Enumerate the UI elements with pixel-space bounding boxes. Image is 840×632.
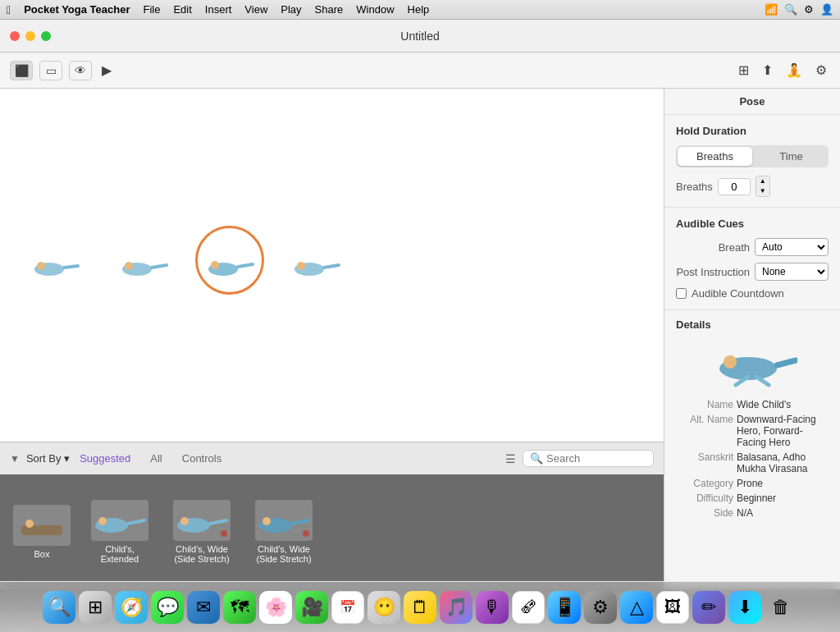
detail-name-val: Wide Child's [737,399,791,410]
dock-testflight[interactable]: △ [620,591,653,624]
svg-line-18 [128,520,144,524]
app-name[interactable]: Pocket Yoga Teacher [24,3,130,16]
time-button[interactable]: Time [754,145,829,167]
pose-figure-4 [291,251,345,280]
svg-point-22 [221,530,227,537]
menu-insert[interactable]: Insert [205,3,232,16]
dock-news[interactable]: 🗞 [512,591,545,624]
dock-podcasts[interactable]: 🎙 [476,591,509,624]
maximize-button[interactable] [41,31,51,41]
detail-name-key: Name [676,399,733,410]
dock-facetime[interactable]: 🎥 [295,591,328,624]
detail-category: Category Prone [676,478,829,489]
svg-point-4 [125,262,133,270]
table-button[interactable]: ⊞ [735,59,752,81]
dock-music[interactable]: 🎵 [440,591,472,624]
dock-pixelmator[interactable]: ✏ [692,591,725,624]
list-view-icon[interactable]: ☰ [505,452,516,465]
menu-file[interactable]: File [143,3,160,16]
detail-altname: Alt. Name Downward-Facing Hero, Forward-… [676,414,829,448]
svg-line-21 [210,520,226,524]
dock-trash[interactable]: 🗑 [765,591,797,624]
minimize-button[interactable] [25,31,35,41]
search-input[interactable] [546,452,645,465]
pose-card-img-wide1 [173,500,231,541]
hold-duration-section: Hold Duration Breaths Time Breaths ▲ ▼ [664,115,840,208]
menu-play[interactable]: Play [281,3,301,16]
hold-duration-control: Breaths Time [676,145,829,167]
share-button[interactable]: ⬆ [759,59,776,81]
breaths-label: Breaths [676,181,713,193]
detail-side: Side N/A [676,507,829,519]
view-window-button[interactable]: ▭ [39,61,62,80]
stepper-up[interactable]: ▲ [756,176,769,186]
pose-item-1[interactable] [33,251,86,280]
play-button[interactable]: ▶ [98,59,115,81]
tab-all[interactable]: All [147,451,165,466]
audible-countdown-label: Audible Countdown [692,287,784,300]
search-bar[interactable]: 🔍 [523,450,654,467]
breaths-input[interactable] [718,178,751,195]
svg-point-28 [724,355,737,369]
selection-ring [195,226,264,295]
post-cue-row: Post Instruction None Auto [676,263,829,281]
pose-figure-2 [119,251,172,280]
pose-item-4[interactable] [291,251,345,280]
dock-safari[interactable]: 🧭 [115,591,148,624]
figure-button[interactable]: 🧘 [783,59,806,81]
pose-label-box: Box [34,549,50,559]
dock-finder[interactable]: 🔍 [43,591,75,624]
close-button[interactable] [10,31,20,41]
detail-altname-val: Downward-Facing Hero, Forward-Facing Her… [737,414,829,448]
sort-by-dropdown[interactable]: Sort By ▾ [26,452,70,465]
pose-card-child-wide2[interactable]: Child's, Wide (Side Stretch) [251,500,317,564]
audible-countdown-checkbox[interactable] [676,288,687,299]
menu-window[interactable]: Window [356,3,394,16]
dock-notes[interactable]: 🗒 [404,591,436,624]
dock-messages[interactable]: 💬 [151,591,184,624]
svg-line-11 [324,265,339,268]
dock-preview[interactable]: 🖼 [656,591,689,624]
pose-card-box[interactable]: Box [13,505,71,559]
view-desktop-button[interactable]: ⬛ [10,61,33,80]
chevron-down-icon[interactable]: ▼ [10,453,20,465]
breath-cue-label: Breath [676,241,750,254]
stepper-down[interactable]: ▼ [756,186,769,196]
apple-menu[interactable]:  [7,3,11,16]
menu-help[interactable]: Help [408,3,430,16]
pose-card-img-child-ext [91,500,148,541]
pose-card-img-wide2 [255,500,313,541]
post-cue-select[interactable]: None Auto [755,263,829,281]
post-cue-label: Post Instruction [676,266,750,278]
dock-contacts[interactable]: 😶 [368,591,400,624]
pose-item-3-selected[interactable] [205,249,258,282]
menubar-icon-bt: 📶 [765,3,778,16]
dock-maps[interactable]: 🗺 [223,591,256,624]
menubar-icon-search[interactable]: 🔍 [784,3,797,16]
breaths-stepper: ▲ ▼ [756,176,770,197]
audible-cues-section: Audible Cues Breath Auto None Inhale Exh… [664,208,840,310]
content-area: ▼ Sort By ▾ Suggested All Controls ☰ 🔍 [0,89,840,589]
gear-button[interactable]: ⚙ [812,59,830,81]
menu-view[interactable]: View [244,3,267,16]
dock-calendar[interactable]: 📅 [331,591,364,624]
pose-item-2[interactable] [119,251,172,280]
dock-photos[interactable]: 🌸 [259,591,292,624]
view-eye-button[interactable]: 👁 [69,61,92,80]
tab-controls[interactable]: Controls [179,451,225,466]
breath-cue-row: Breath Auto None Inhale Exhale [676,238,829,256]
dock-systemprefs[interactable]: ⚙ [584,591,617,624]
tab-suggested[interactable]: Suggested [76,451,134,466]
dock-launchpad[interactable]: ⊞ [79,591,112,624]
breath-cue-select[interactable]: Auto None Inhale Exhale [755,238,829,256]
dock-iphone-mirroring[interactable]: ⬇ [728,591,761,624]
breaths-button[interactable]: Breaths [678,147,752,166]
menu-edit[interactable]: Edit [173,3,191,16]
dock-appstore[interactable]: 📱 [548,591,581,624]
pose-card-img-box [13,505,71,546]
menubar-icon-control[interactable]: ⚙ [804,3,814,16]
dock-mail[interactable]: ✉ [187,591,220,624]
pose-card-child-wide1[interactable]: Child's, Wide (Side Stretch) [169,500,235,564]
menu-share[interactable]: Share [315,3,344,16]
pose-card-child-ext[interactable]: Child's, Extended [87,500,153,564]
